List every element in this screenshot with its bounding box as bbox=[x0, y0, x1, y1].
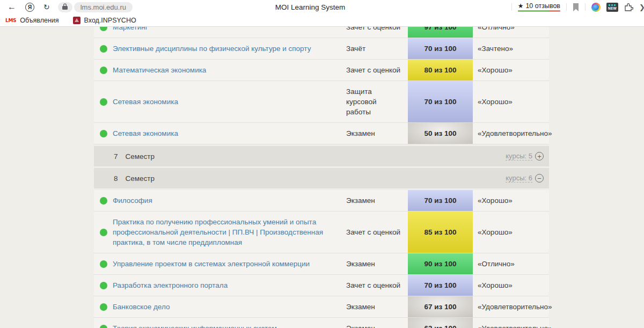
rating-bar-negative bbox=[549, 10, 560, 12]
grade-cell: «Хорошо» bbox=[473, 190, 549, 211]
course-name-link[interactable]: Разработка электронного портала bbox=[113, 280, 228, 290]
status-dot-icon bbox=[100, 325, 107, 328]
bookmark-label: Вход.INPSYCHO bbox=[84, 17, 136, 24]
grade-cell: «Удовлетворительно» bbox=[473, 123, 549, 144]
site-reviews-button[interactable]: ★ 10 отзывов bbox=[518, 2, 560, 12]
score-value: 80 из 100 bbox=[424, 66, 456, 74]
score-value: 50 из 100 bbox=[424, 129, 456, 137]
semester-controls: курсы: 6− bbox=[506, 174, 544, 183]
page-title: MOI Learning System bbox=[275, 3, 346, 11]
exam-type-cell: Защита курсовой работы bbox=[346, 81, 408, 122]
course-name-link[interactable]: Элективные дисциплины по физической куль… bbox=[113, 43, 311, 54]
grade-cell: «Отлично» bbox=[473, 27, 549, 38]
toolbar-divider bbox=[585, 3, 586, 11]
score-value: 85 из 100 bbox=[424, 228, 456, 236]
course-name-cell: Теория экономических информационных сист… bbox=[113, 318, 346, 328]
semester-number: 8 bbox=[114, 174, 118, 183]
inpsycho-favicon-emblem bbox=[75, 18, 79, 22]
status-dot-icon bbox=[100, 130, 107, 137]
score-cell: 70 из 100 bbox=[408, 81, 473, 122]
score-value: 70 из 100 bbox=[424, 45, 456, 53]
expand-plus-icon[interactable]: + bbox=[535, 152, 544, 161]
course-name-link[interactable]: Философия bbox=[113, 195, 152, 206]
back-icon[interactable]: ← bbox=[8, 3, 16, 11]
semester-row: 7Семестркурсы: 5+ bbox=[94, 146, 549, 166]
lms-favicon: LMS bbox=[5, 18, 16, 23]
course-name-link[interactable]: Сетевая экономика bbox=[113, 128, 178, 139]
grade-cell: «Зачтено» bbox=[473, 38, 549, 59]
score-cell: 67 из 100 bbox=[408, 296, 473, 317]
course-name-link[interactable]: Сетевая экономика bbox=[113, 97, 178, 107]
semester-number: 7 bbox=[114, 152, 118, 161]
toolbar-right-cluster: ★ 10 отзывов NEW ❯ bbox=[511, 0, 644, 14]
course-name-cell: Управление проектом в системах электронн… bbox=[113, 253, 346, 274]
course-name-link[interactable]: Банковское дело bbox=[113, 302, 170, 312]
course-name-cell: Маркетинг bbox=[113, 27, 346, 38]
dot-column bbox=[94, 318, 113, 328]
course-name-link[interactable]: Маркетинг bbox=[113, 27, 148, 32]
course-row: Теория экономических информационных сист… bbox=[94, 318, 549, 328]
bookmark-flag-icon[interactable] bbox=[573, 3, 579, 11]
score-cell: 97 из 100 bbox=[408, 27, 473, 38]
exam-type-cell: Зачёт bbox=[346, 38, 408, 59]
status-dot-icon bbox=[100, 282, 107, 289]
score-cell: 70 из 100 bbox=[408, 275, 473, 296]
course-name-cell: Сетевая экономика bbox=[113, 81, 346, 122]
course-row: Разработка электронного порталаЗачет с о… bbox=[94, 275, 549, 296]
collapse-minus-icon[interactable]: − bbox=[535, 174, 544, 183]
lock-icon bbox=[62, 2, 68, 12]
score-value: 70 из 100 bbox=[424, 98, 456, 106]
bookmark-item-inpsycho[interactable]: Вход.INPSYCHO bbox=[73, 17, 136, 24]
exam-type-cell: Зачет с оценкой bbox=[346, 27, 408, 38]
score-value: 67 из 100 bbox=[424, 303, 456, 311]
dot-column bbox=[94, 27, 113, 38]
bookmark-item-announcements[interactable]: LMS Объявления bbox=[5, 17, 59, 24]
course-name-cell: Элективные дисциплины по физической куль… bbox=[113, 38, 346, 59]
score-cell: 50 из 100 bbox=[408, 123, 473, 144]
exam-type-cell: Зачет с оценкой bbox=[346, 60, 408, 81]
score-cell: 85 из 100 bbox=[408, 212, 473, 253]
new-badge-dots bbox=[609, 4, 616, 6]
score-cell: 70 из 100 bbox=[408, 38, 473, 59]
course-name-link[interactable]: Теория экономических информационных сист… bbox=[113, 323, 277, 328]
lens-extension-icon[interactable] bbox=[591, 3, 601, 12]
address-bar[interactable]: lms.moi.edu.ru bbox=[74, 2, 133, 12]
rating-bar-positive bbox=[518, 10, 550, 12]
inpsycho-favicon bbox=[73, 17, 80, 24]
status-dot-icon bbox=[100, 260, 107, 268]
grade-cell: «Хорошо» bbox=[473, 60, 549, 81]
semester-label: Семестр bbox=[126, 174, 155, 183]
yandex-browser-icon[interactable]: Я bbox=[25, 3, 34, 12]
courses-count-link[interactable]: курсы: 6 bbox=[506, 174, 532, 183]
semester-label: Семестр bbox=[126, 152, 155, 161]
dot-column bbox=[94, 38, 113, 59]
exam-type-cell: Экзамен bbox=[346, 190, 408, 211]
extensions-puzzle-icon[interactable] bbox=[624, 3, 633, 11]
site-security-button[interactable] bbox=[58, 2, 72, 12]
browser-toolbar: ← Я ↻ lms.moi.edu.ru MOI Learning System… bbox=[0, 0, 644, 14]
sidebar-chevron-icon[interactable]: ❯ bbox=[639, 3, 644, 11]
grade-cell: «Хорошо» bbox=[473, 81, 549, 122]
grade-cell: «Хорошо» bbox=[473, 212, 549, 253]
course-name-link[interactable]: Управление проектом в системах электронн… bbox=[113, 259, 310, 269]
course-name-link[interactable]: Математическая экономика bbox=[113, 65, 206, 75]
dot-column bbox=[94, 81, 113, 122]
browser-window: { "browser": { "url": "lms.moi.edu.ru", … bbox=[0, 0, 644, 328]
grades-table: МаркетингЗачет с оценкой97 из 100«Отличн… bbox=[94, 27, 549, 328]
score-value: 63 из 100 bbox=[424, 324, 456, 328]
status-dot-icon bbox=[100, 67, 107, 74]
toolbar-divider bbox=[511, 3, 512, 11]
exam-type-cell: Экзамен bbox=[346, 296, 408, 317]
grade-cell: «Удовлетворительно» bbox=[473, 318, 549, 328]
refresh-icon[interactable]: ↻ bbox=[43, 3, 50, 11]
lms-page: МаркетингЗачет с оценкой97 из 100«Отличн… bbox=[0, 27, 644, 328]
dot-column bbox=[94, 123, 113, 144]
score-value: 70 из 100 bbox=[424, 196, 456, 205]
course-row: Управление проектом в системах электронн… bbox=[94, 253, 549, 275]
course-row: Элективные дисциплины по физической куль… bbox=[94, 38, 549, 60]
courses-count-link[interactable]: курсы: 5 bbox=[506, 152, 532, 161]
new-badge-extension-icon[interactable]: NEW bbox=[606, 3, 618, 12]
course-name-cell: Практика по получению профессиональных у… bbox=[113, 212, 346, 253]
course-name-link[interactable]: Практика по получению профессиональных у… bbox=[113, 217, 335, 247]
status-dot-icon bbox=[100, 98, 107, 106]
